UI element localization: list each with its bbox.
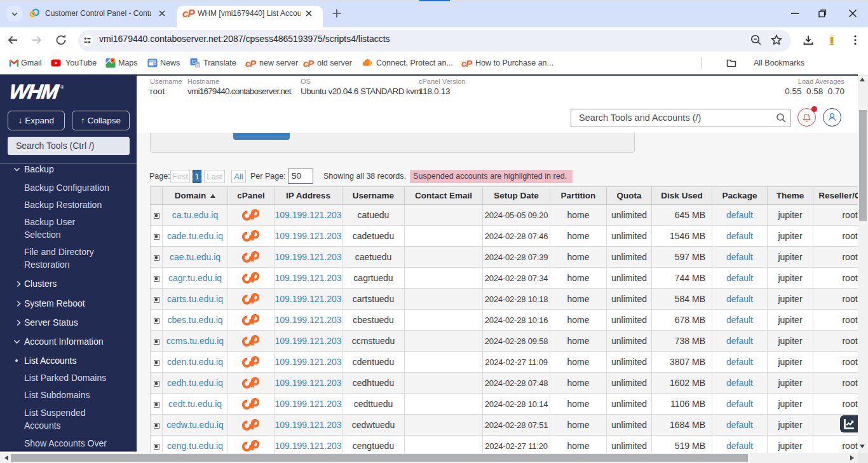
svg-text:g: g: [196, 62, 199, 68]
